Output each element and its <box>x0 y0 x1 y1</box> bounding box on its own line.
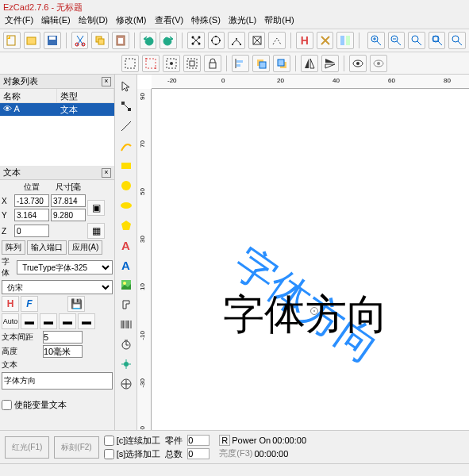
hatch-button[interactable]: H <box>296 32 313 49</box>
copy-button[interactable] <box>91 32 109 49</box>
height-input[interactable] <box>43 345 83 358</box>
tool-a-button[interactable] <box>187 32 205 49</box>
array-tab[interactable]: 阵列 <box>2 240 25 255</box>
menu-modify[interactable]: 修改(M) <box>116 14 147 29</box>
col-name[interactable]: 名称 <box>0 89 57 102</box>
anchor-icon[interactable]: ▣ <box>87 200 105 216</box>
svg-point-33 <box>145 58 147 60</box>
redlight-button[interactable]: 红光(F1) <box>5 436 49 459</box>
align-1-icon[interactable]: Auto <box>2 313 19 329</box>
encoder-tool[interactable] <box>117 375 135 393</box>
mirror-h-button[interactable] <box>301 55 318 72</box>
tool-c-button[interactable] <box>228 32 245 49</box>
redo-button[interactable] <box>160 32 177 49</box>
paste-button[interactable] <box>112 32 129 49</box>
zoom-out-button[interactable] <box>388 32 406 49</box>
barcode-tool[interactable] <box>117 316 135 333</box>
parts-value[interactable] <box>187 435 210 446</box>
z-pos-input[interactable] <box>14 225 49 237</box>
text-input[interactable] <box>2 372 113 390</box>
cut-button[interactable] <box>71 32 89 49</box>
input-tab[interactable]: 输入端口 <box>27 240 67 255</box>
mirror-v-button[interactable] <box>321 55 339 72</box>
menu-special[interactable]: 特殊(S) <box>191 14 221 29</box>
text-tool[interactable]: A <box>117 236 135 254</box>
menu-help[interactable]: 帮助(H) <box>264 14 294 29</box>
rect-tool[interactable] <box>117 157 135 175</box>
zoom-in-button[interactable] <box>367 32 385 49</box>
ungroup-button[interactable] <box>183 55 201 72</box>
tool-e-button[interactable] <box>268 32 286 49</box>
timer-tool[interactable] <box>117 336 135 353</box>
align-3-icon[interactable]: ▬ <box>40 313 57 329</box>
zoom-fit-button[interactable] <box>408 32 425 49</box>
close-icon[interactable]: × <box>102 168 111 178</box>
align-4-icon[interactable]: ▬ <box>59 313 76 329</box>
align-5-icon[interactable]: ▬ <box>78 313 95 329</box>
x-pos-input[interactable] <box>14 194 49 207</box>
close-icon[interactable]: × <box>102 77 111 86</box>
group-button[interactable] <box>163 55 180 72</box>
input-tool[interactable] <box>117 355 135 373</box>
line-tool[interactable] <box>117 117 135 135</box>
new-button[interactable] <box>3 32 21 49</box>
total-value[interactable] <box>187 448 210 459</box>
menu-file[interactable]: 文件(F) <box>5 14 33 29</box>
y-size-input[interactable] <box>51 209 86 221</box>
tool-b-button[interactable] <box>208 32 225 49</box>
hatch-icon[interactable]: H <box>2 296 19 312</box>
main-toolbar: H <box>0 29 469 52</box>
save-icon[interactable]: 💾 <box>67 296 85 312</box>
zoom-all-button[interactable] <box>448 32 466 49</box>
col-type[interactable]: 类型 <box>57 89 114 102</box>
canvas-text[interactable]: 字体方向 <box>223 287 388 343</box>
zoom-sel-button[interactable] <box>429 32 446 49</box>
list-body[interactable]: 👁 A 文本 <box>0 103 114 166</box>
continuous-checkbox[interactable]: [c]连续加工 <box>104 435 161 447</box>
node-tool[interactable] <box>117 98 135 115</box>
ellipse-tool[interactable] <box>117 197 135 214</box>
menu-draw[interactable]: 绘制(D) <box>79 14 108 29</box>
variable-text-checkbox[interactable]: 使能变量文本 <box>2 399 113 411</box>
sel-all-button[interactable] <box>121 55 139 72</box>
mark-button[interactable]: 标刻(F2) <box>54 436 98 459</box>
save-button[interactable] <box>44 32 61 49</box>
circle-tool[interactable] <box>117 177 135 194</box>
align-2-icon[interactable]: ▬ <box>21 313 38 329</box>
align-left-button[interactable] <box>232 55 249 72</box>
menu-edit[interactable]: 编辑(E) <box>41 14 71 29</box>
svg-rect-24 <box>346 36 350 45</box>
y-pos-input[interactable] <box>14 209 49 221</box>
show-button[interactable] <box>349 55 367 72</box>
menu-laser[interactable]: 激光(L) <box>229 14 256 29</box>
grid-icon[interactable]: ▦ <box>87 223 105 239</box>
open-button[interactable] <box>24 32 41 49</box>
vector-tool[interactable] <box>117 296 135 313</box>
polygon-tool[interactable] <box>117 217 135 234</box>
to-front-button[interactable] <box>252 55 270 72</box>
select-checkbox[interactable]: [s]选择加工 <box>104 448 161 460</box>
curve-tool[interactable] <box>117 137 135 155</box>
params-button[interactable] <box>336 32 354 49</box>
x-size-input[interactable] <box>51 194 86 207</box>
image-tool[interactable] <box>117 276 135 294</box>
settings-button[interactable] <box>317 32 334 49</box>
undo-button[interactable] <box>140 32 157 49</box>
canvas[interactable]: -20 0 20 40 60 80 90 70 50 30 10 -10 -30… <box>137 75 469 430</box>
to-back-button[interactable] <box>273 55 290 72</box>
lock-button[interactable] <box>204 55 221 72</box>
pointer-tool[interactable] <box>117 78 135 95</box>
canvas-content[interactable]: 字体方向 字体方向 <box>152 89 469 430</box>
text2-tool[interactable]: A <box>117 256 135 274</box>
list-row[interactable]: 👁 A 文本 <box>0 103 114 116</box>
font-select[interactable]: TrueType字体-325 <box>17 260 113 274</box>
tool-d-button[interactable] <box>248 32 266 49</box>
hide-button[interactable] <box>370 55 387 72</box>
menu-view[interactable]: 查看(V) <box>155 14 184 29</box>
font-icon[interactable]: F <box>21 296 38 312</box>
apply-button[interactable]: 应用(A) <box>68 240 102 255</box>
sel-box-button[interactable] <box>142 55 160 72</box>
dist-input[interactable] <box>43 331 83 344</box>
face-select[interactable]: 仿宋 <box>2 280 113 294</box>
svg-point-21 <box>236 38 237 40</box>
